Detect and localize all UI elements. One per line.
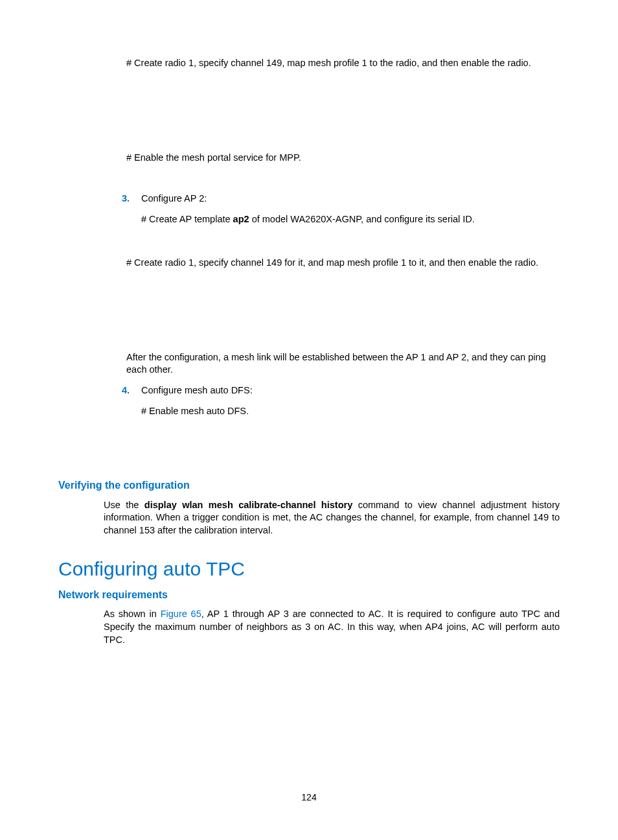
paragraph-network-requirements: As shown in Figure 65, AP 1 through AP 3…: [104, 608, 560, 646]
paragraph-verify: Use the display wlan mesh calibrate-chan…: [104, 499, 560, 537]
list-item-4-title: Configure mesh auto DFS:: [141, 384, 560, 397]
list-item-3-line2: # Create radio 1, specify channel 149 fo…: [126, 257, 560, 270]
list-item-3-line1: # Create AP template ap2 of model WA2620…: [141, 213, 560, 226]
list-item-3-line3: After the configuration, a mesh link wil…: [126, 351, 560, 377]
heading-network-requirements: Network requirements: [58, 588, 560, 602]
list-number-3: 3.: [104, 192, 141, 226]
page-number: 124: [0, 792, 618, 802]
list-number-4: 4.: [104, 384, 141, 417]
paragraph-enable-mpp: # Enable the mesh portal service for MPP…: [126, 152, 560, 165]
heading-auto-tpc: Configuring auto TPC: [58, 556, 560, 583]
paragraph-radio1-create: # Create radio 1, specify channel 149, m…: [126, 57, 560, 70]
heading-verify-config: Verifying the configuration: [58, 478, 560, 493]
list-item-3-title: Configure AP 2:: [141, 192, 560, 205]
list-item-3: 3. Configure AP 2: # Create AP template …: [58, 192, 560, 226]
list-item-4: 4. Configure mesh auto DFS: # Enable mes…: [58, 384, 560, 417]
list-item-4-line1: # Enable mesh auto DFS.: [141, 405, 560, 418]
link-figure-65[interactable]: Figure 65: [161, 609, 201, 619]
